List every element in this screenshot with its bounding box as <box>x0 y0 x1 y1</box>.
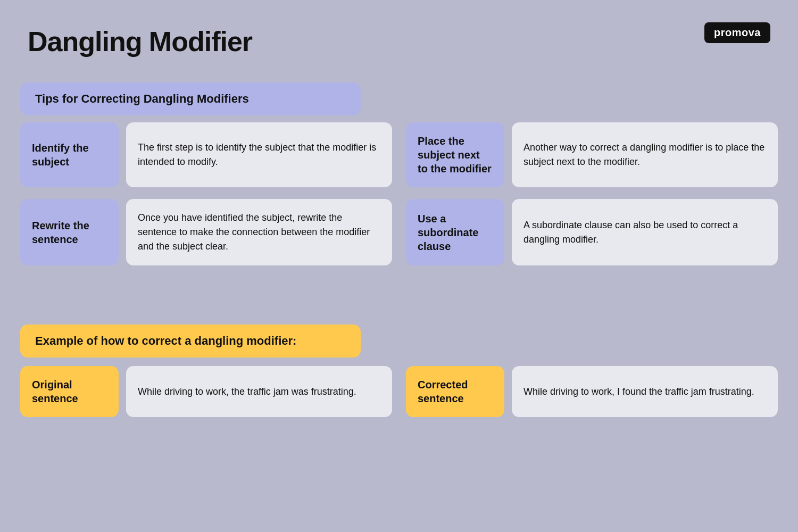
tip-desc-2: Another way to correct a dangling modifi… <box>512 122 778 187</box>
tips-section-header: Tips for Correcting Dangling Modifiers <box>20 82 361 115</box>
example-desc-1-text: While driving to work, the traffic jam w… <box>138 385 356 399</box>
example-desc-2: While driving to work, I found the traff… <box>512 366 778 417</box>
tip-desc-3-text: Once you have identified the subject, re… <box>138 211 380 254</box>
tip-label-1: Identify the subject <box>20 122 119 187</box>
tip-label-1-text: Identify the subject <box>32 141 107 169</box>
example-label-2-text: Corrected sentence <box>418 378 493 405</box>
tip-label-4: Use a subordinate clause <box>406 199 504 265</box>
tip-label-2: Place the subject next to the modifier <box>406 122 504 187</box>
tip-pair-3: Rewrite the sentence Once you have ident… <box>20 199 392 265</box>
example-header-text: Example of how to correct a dangling mod… <box>35 334 296 347</box>
tip-desc-2-text: Another way to correct a dangling modifi… <box>523 140 766 169</box>
example-pair-2: Corrected sentence While driving to work… <box>406 366 778 417</box>
promova-logo: promova <box>704 22 770 43</box>
example-pair-1: Original sentence While driving to work,… <box>20 366 392 417</box>
tips-grid: Identify the subject The first step is t… <box>20 122 778 265</box>
tips-header-text: Tips for Correcting Dangling Modifiers <box>35 92 249 105</box>
tip-desc-1-text: The first step is to identify the subjec… <box>138 140 380 169</box>
example-label-1-text: Original sentence <box>32 378 107 405</box>
example-label-2: Corrected sentence <box>406 366 504 417</box>
example-desc-2-text: While driving to work, I found the traff… <box>523 385 754 399</box>
example-desc-1: While driving to work, the traffic jam w… <box>126 366 392 417</box>
tip-desc-4: A subordinate clause can also be used to… <box>512 199 778 265</box>
tip-pair-2: Place the subject next to the modifier A… <box>406 122 778 187</box>
tip-pair-1: Identify the subject The first step is t… <box>20 122 392 187</box>
tip-pair-4: Use a subordinate clause A subordinate c… <box>406 199 778 265</box>
example-grid: Original sentence While driving to work,… <box>20 366 778 417</box>
tip-label-4-text: Use a subordinate clause <box>418 212 493 253</box>
page-title: Dangling Modifier <box>28 26 252 57</box>
tip-label-3: Rewrite the sentence <box>20 199 119 265</box>
tip-label-3-text: Rewrite the sentence <box>32 219 107 246</box>
tip-label-2-text: Place the subject next to the modifier <box>418 134 493 176</box>
tip-desc-3: Once you have identified the subject, re… <box>126 199 392 265</box>
example-label-1: Original sentence <box>20 366 119 417</box>
tip-desc-1: The first step is to identify the subjec… <box>126 122 392 187</box>
tip-desc-4-text: A subordinate clause can also be used to… <box>523 218 766 247</box>
example-section-header: Example of how to correct a dangling mod… <box>20 325 361 358</box>
